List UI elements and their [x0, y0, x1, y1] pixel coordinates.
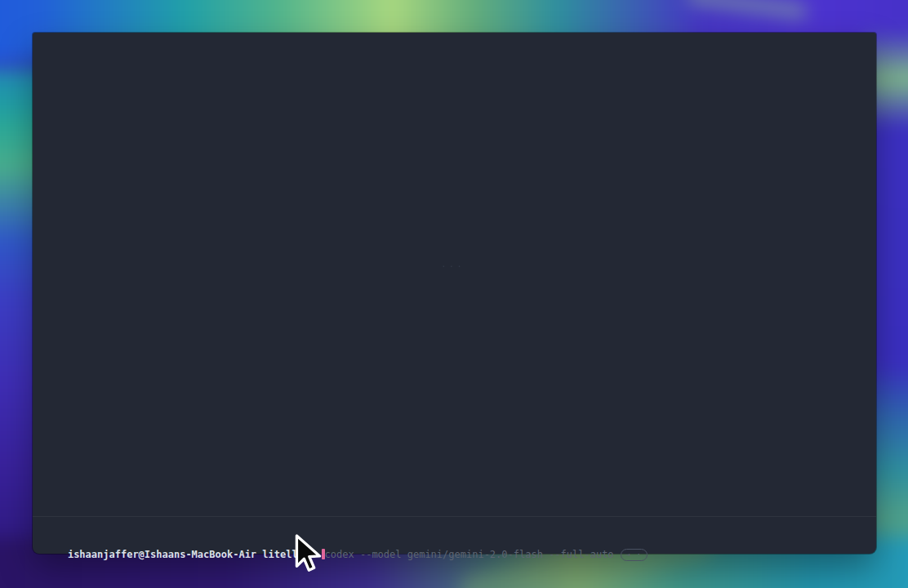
prompt-separator	[33, 516, 876, 517]
terminal-output-area[interactable]: ···	[33, 33, 876, 516]
terminal-prompt-line[interactable]: ishaanjaffer@Ishaans-MacBook-Air litellm…	[33, 528, 876, 546]
faint-ellipsis-text: ···	[441, 261, 465, 272]
accept-suggestion-hint-badge: → ·	[621, 549, 648, 561]
shell-prompt: ishaanjaffer@Ishaans-MacBook-Air litellm…	[68, 549, 322, 560]
autosuggestion-text: codex --model gemini/gemini-2.0-flash --…	[325, 549, 614, 560]
terminal-window[interactable]: ··· ishaanjaffer@Ishaans-MacBook-Air lit…	[33, 33, 876, 554]
mouse-cursor-arrow-icon	[295, 534, 323, 575]
